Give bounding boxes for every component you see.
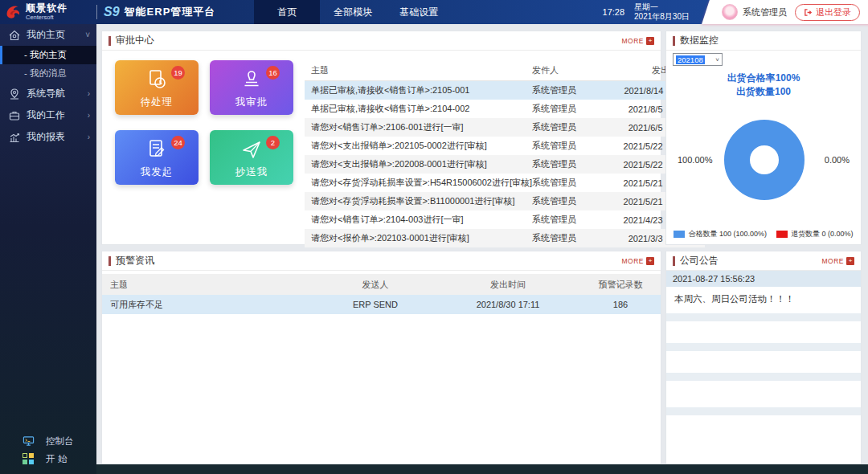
announcements-panel: 公司公告 MORE + 2021-08-27 15:56:23 本周六、周日公司…: [665, 251, 862, 464]
panel-header: 数据监控: [666, 31, 861, 51]
shipment-qty-text: 出货数量100: [666, 85, 861, 99]
panel-header: 公司公告 MORE +: [666, 251, 861, 271]
sidebar-group-my-reports[interactable]: 我的报表 ›: [0, 126, 96, 148]
bottom-strip: [96, 464, 868, 474]
announcement-content: 本周六、周日公司活动！！！: [666, 287, 861, 313]
tab-all-modules[interactable]: 全部模块: [320, 0, 386, 24]
empty-announcement-rows: [666, 313, 861, 464]
map-pin-icon: [8, 88, 21, 100]
logo-name: 顺景软件: [26, 3, 68, 13]
panel-title: 审批中心: [116, 34, 622, 47]
approval-tiles: 待处理 19 我审批 16 我: [115, 60, 293, 247]
chart-label-right: 0.00%: [825, 155, 850, 165]
row-subject: 请您对<销售订单>:2106-001进行[一审]: [305, 121, 532, 133]
top-nav-tabs: 首页 全部模块 基础设置: [254, 0, 452, 24]
tile-my-approvals[interactable]: 我审批 16: [210, 60, 293, 115]
logout-button[interactable]: 退出登录: [795, 4, 860, 21]
chevron-down-icon: ˅: [85, 31, 90, 39]
sidebar-footer: 控制台 开 始: [0, 432, 96, 468]
sidebar-item-my-home[interactable]: - 我的主页: [0, 46, 96, 64]
row-sender: 系统管理员: [532, 84, 608, 96]
approval-row[interactable]: 请您对<销售订单>:2104-003进行[一审] 系统管理员 2021/4/23…: [305, 210, 695, 229]
console-button[interactable]: 控制台: [0, 432, 96, 450]
announcement-item[interactable]: 2021-08-27 15:56:23 本周六、周日公司活动！！！: [666, 271, 861, 313]
data-monitor-panel: 数据监控 202108 ˅ 出货合格率100% 出货数量100 100.00% …: [665, 31, 862, 245]
row-subject: 请您对<存货浮动耗损率设置>:H54R15006002进行[审核]: [305, 177, 532, 189]
period-value: 202108: [676, 55, 705, 64]
tab-home[interactable]: 首页: [254, 0, 320, 24]
approval-row[interactable]: 请您对<存货浮动耗损率设置>:H54R15006002进行[审核] 系统管理员 …: [305, 174, 695, 192]
period-select[interactable]: 202108 ˅: [673, 53, 723, 66]
tile-pending[interactable]: 待处理 19: [115, 60, 199, 115]
count-badge: 24: [171, 136, 185, 149]
avatar[interactable]: [722, 4, 738, 20]
approval-row[interactable]: 请您对<存货浮动耗损率设置>:B11000001进行[审核] 系统管理员 202…: [305, 192, 695, 210]
chevron-right-icon: ›: [88, 111, 90, 120]
start-button[interactable]: 开 始: [0, 450, 96, 468]
dropdown-arrow-icon: ˅: [715, 56, 719, 63]
approval-row[interactable]: 请您对<销售订单>:2106-001进行[一审] 系统管理员 2021/6/5 …: [305, 118, 695, 137]
approval-row[interactable]: 单据已审核,请接收<销售订单>:2104-002 系统管理员 2021/8/5 …: [305, 100, 695, 118]
alert-subject: 可用库存不足: [102, 299, 315, 311]
home-icon: [8, 29, 21, 42]
clock: 17:28: [603, 7, 625, 17]
alerts-panel: 预警资讯 MORE + 主题 发送人 发出时间 预警记录数 可用库存不足 ERP…: [101, 251, 661, 464]
approval-row[interactable]: 请您对<报价单>:202103-0001进行[审核] 系统管理员 2021/3/…: [305, 229, 695, 247]
panel-header: 预警资讯 MORE +: [102, 251, 661, 271]
sidebar-group-my-work[interactable]: 我的工作 ›: [0, 104, 96, 126]
alert-row[interactable]: 可用库存不足 ERP SEND 2021/8/30 17:11 186: [102, 295, 661, 314]
row-subject: 请您对<销售订单>:2104-003进行[一审]: [305, 214, 532, 226]
sidebar-group-system-nav[interactable]: 系统导航 ›: [0, 83, 96, 104]
alerts-table-header: 主题 发送人 发出时间 预警记录数: [102, 274, 661, 295]
doc-pencil-icon: [145, 137, 169, 161]
legend-swatch: [674, 231, 685, 238]
product-title: 智能ERP管理平台: [125, 5, 216, 19]
logo-subtitle: Centersoft: [26, 14, 68, 21]
accent-bar: [673, 256, 675, 266]
more-link[interactable]: MORE +: [822, 257, 855, 265]
product-logo: S9: [104, 5, 120, 19]
tab-base-settings[interactable]: 基础设置: [386, 0, 452, 24]
row-sender: 系统管理员: [532, 214, 608, 226]
row-sender: 系统管理员: [532, 195, 608, 207]
more-plus-icon: +: [846, 257, 854, 265]
monitor-stats: 出货合格率100% 出货数量100: [666, 72, 861, 99]
briefcase-icon: [8, 109, 21, 122]
approval-row[interactable]: 单据已审核,请接收<销售订单>:2105-001 系统管理员 2021/8/14…: [305, 81, 695, 100]
main-content: 审批中心 MORE + 待处理 19: [96, 24, 868, 474]
tile-initiated-by-me[interactable]: 我发起 24: [115, 130, 199, 185]
count-badge: 16: [266, 66, 280, 80]
panel-title: 预警资讯: [116, 254, 622, 268]
row-subject: 请您对<存货浮动耗损率设置>:B11000001进行[审核]: [305, 195, 532, 207]
app-logo: 顺景软件 Centersoft: [0, 3, 95, 21]
sidebar-group-my-home[interactable]: 我的主页 ˅: [0, 24, 96, 46]
legend-item: 退货数量 0 (0.00%): [776, 229, 854, 239]
announcement-time: 2021-08-27 15:56:23: [666, 271, 861, 287]
more-plus-icon: +: [646, 257, 654, 265]
count-badge: 2: [266, 136, 280, 149]
row-sender: 系统管理员: [532, 121, 608, 133]
approval-table-header: 主题 发件人 发出时间: [305, 60, 695, 81]
approval-row[interactable]: 请您对<支出报销单>:202105-0002进行[审核] 系统管理员 2021/…: [305, 137, 695, 155]
row-subject: 请您对<支出报销单>:202008-0001进行[审核]: [305, 158, 532, 170]
count-badge: 19: [171, 66, 185, 80]
current-user: 系统管理员: [743, 6, 787, 18]
more-link[interactable]: MORE +: [622, 257, 655, 265]
tile-cc-to-me[interactable]: 抄送我 2: [210, 130, 293, 185]
date-display: 星期一 2021年8月30日: [634, 2, 690, 22]
row-sender: 系统管理员: [532, 232, 608, 244]
approval-center-panel: 审批中心 MORE + 待处理 19: [101, 31, 661, 245]
approval-table: 主题 发件人 发出时间 单据已审核,请接收<销售订单>:2105-001 系统管…: [305, 60, 705, 247]
approval-row[interactable]: 请您对<支出报销单>:202008-0001进行[审核] 系统管理员 2021/…: [305, 155, 695, 174]
chart-label-left: 100.00%: [678, 155, 712, 165]
top-bar: 顺景软件 Centersoft S9 智能ERP管理平台 首页 全部模块 基础设…: [0, 0, 868, 24]
panel-header: 审批中心 MORE +: [102, 31, 661, 51]
divider: [96, 5, 97, 19]
row-sender: 系统管理员: [532, 140, 608, 152]
user-section: 系统管理员 退出登录: [701, 0, 868, 24]
more-link[interactable]: MORE +: [622, 37, 655, 45]
logout-label: 退出登录: [816, 6, 851, 18]
chevron-right-icon: ›: [88, 133, 90, 141]
start-icon: [23, 453, 35, 464]
sidebar-item-my-messages[interactable]: - 我的消息: [0, 64, 96, 83]
